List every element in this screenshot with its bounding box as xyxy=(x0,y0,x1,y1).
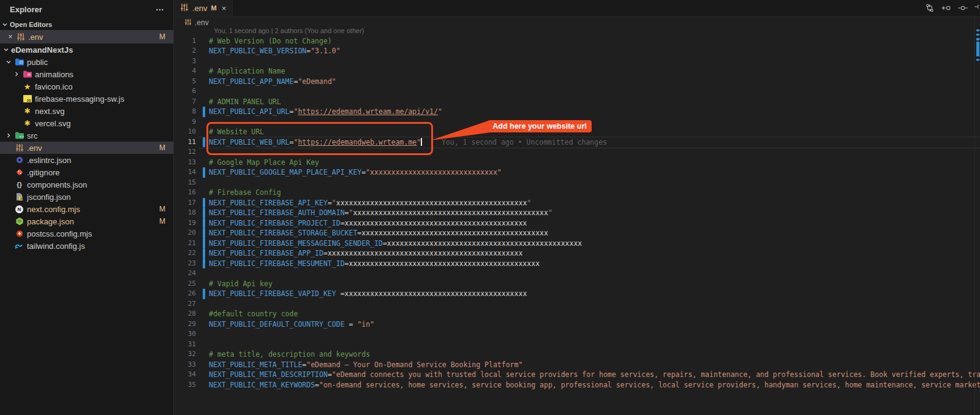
folder-src-icon: <> xyxy=(13,132,25,139)
line-number: 9 xyxy=(174,117,196,128)
code-line-22[interactable]: 22NEXT_PUBLIC_FIREBASE_APP_ID=xxxxxxxxxx… xyxy=(174,248,980,259)
open-editors-label: Open Editors xyxy=(10,21,52,28)
modified-gutter-indicator xyxy=(203,167,205,178)
code-line-8[interactable]: 8NEXT_PUBLIC_API_URL="https://edemand.wr… xyxy=(174,107,980,117)
tree-item-postcss-config-mjs[interactable]: postcss.config.mjs xyxy=(0,227,173,240)
tree-item-label: vercel.svg xyxy=(35,119,71,128)
tab-close-icon[interactable]: × xyxy=(222,4,227,13)
modified-gutter-indicator xyxy=(203,248,205,259)
code-line-2[interactable]: 2NEXT_PUBLIC_WEB_VERSION="3.1.0" xyxy=(174,46,980,56)
code-line-18[interactable]: 18NEXT_PUBLIC_FIREBASE_AUTH_DOMAIN="xxxx… xyxy=(174,208,980,218)
tree-item-label: next.config.mjs xyxy=(27,205,80,214)
env-icon xyxy=(13,143,25,152)
line-number: 1 xyxy=(174,36,196,47)
code-line-28[interactable]: 28#default country code xyxy=(174,309,980,319)
jsq-icon: JS xyxy=(21,95,33,102)
tree-item-components-json[interactable]: {}components.json xyxy=(0,178,173,191)
code-line-17[interactable]: 17NEXT_PUBLIC_FIREBASE_API_KEY="xxxxxxxx… xyxy=(174,198,980,208)
code-line-31[interactable]: 31 xyxy=(174,340,980,350)
codelens-blame[interactable]: You, 1 second ago | 2 authors (You and o… xyxy=(174,26,980,36)
tailwind-icon xyxy=(13,243,25,249)
line-number: 13 xyxy=(174,158,196,168)
code-line-4[interactable]: 4# Application Name xyxy=(174,66,980,77)
tab-env[interactable]: .env M × xyxy=(174,0,233,16)
code-line-25[interactable]: 25# Vapid Api key xyxy=(174,279,980,289)
code-line-13[interactable]: 13# Google Map Place Api Key xyxy=(174,158,980,168)
code-line-33[interactable]: 33NEXT_PUBLIC_META_TITLE="eDemand – Your… xyxy=(174,360,980,370)
code-line-34[interactable]: 34NEXT_PUBLIC_META_DESCRIPTION="eDemand … xyxy=(174,370,980,380)
code-line-12[interactable]: 12 xyxy=(174,147,980,158)
tree-item--eslintrc-json[interactable]: .eslintrc.json xyxy=(0,154,173,166)
explorer-more-icon[interactable]: ⋯ xyxy=(156,4,165,14)
chevron-down-icon xyxy=(0,21,10,28)
tree-item-src[interactable]: <>src xyxy=(0,129,173,142)
svg-text:<>: <> xyxy=(19,134,24,139)
line-number: 6 xyxy=(174,86,196,97)
eslint-icon xyxy=(13,156,25,164)
circle-dash-icon[interactable] xyxy=(958,3,968,13)
code-line-32[interactable]: 32# meta title, description and keywords xyxy=(174,349,980,360)
code-line-14[interactable]: 14NEXT_PUBLIC_GOOGLE_MAP_PLACE_API_KEY="… xyxy=(174,167,980,178)
tree-item-animations[interactable]: animations xyxy=(0,68,173,80)
line-number: 11 xyxy=(174,137,196,148)
code-line-11[interactable]: 11NEXT_PUBLIC_WEB_URL="https://edemandwe… xyxy=(174,137,980,148)
tree-item--env[interactable]: .envM xyxy=(0,142,173,154)
overview-ruler-mark xyxy=(976,42,979,56)
code-line-23[interactable]: 23NEXT_PUBLIC_FIREBASE_MESUMENT_ID=xxxxx… xyxy=(174,259,980,269)
modified-gutter-indicator xyxy=(203,228,205,238)
code-line-7[interactable]: 7# ADMIN PANEL URL xyxy=(174,97,980,107)
tree-item-label: next.svg xyxy=(35,107,64,116)
explorer-header: Explorer ⋯ xyxy=(0,0,173,18)
tab-label: .env xyxy=(192,4,208,13)
tree-item-next-svg[interactable]: ✱next.svg xyxy=(0,105,173,117)
code-line-19[interactable]: 19NEXT_PUBLIC_FIREBASE_PROJECT_ID=xxxxxx… xyxy=(174,218,980,229)
tree-item-public[interactable]: public xyxy=(0,56,173,68)
tree-item-favicon-ico[interactable]: ★favicon.ico xyxy=(0,80,173,93)
tree-item-next-config-mjs[interactable]: Nnext.config.mjsM xyxy=(0,203,173,215)
open-editors-section-header[interactable]: Open Editors xyxy=(0,18,173,30)
tree-item-label: src xyxy=(27,131,37,140)
root-folder-row[interactable]: eDemandNextJs xyxy=(0,44,173,56)
tree-item-firebase-messaging-sw-js[interactable]: JSfirebase-messaging-sw.js xyxy=(0,93,173,105)
line-number: 12 xyxy=(174,147,196,158)
line-number: 7 xyxy=(174,97,196,107)
code-line-35[interactable]: 35NEXT_PUBLIC_META_KEYWORDS="on-demand s… xyxy=(174,380,980,390)
code-line-29[interactable]: 29NEXT_PUBLIC_DEFAULT_COUNTRY_CODE = "in… xyxy=(174,319,980,330)
code-line-30[interactable]: 30 xyxy=(174,329,980,340)
tree-item-package-json[interactable]: package.jsonM xyxy=(0,215,173,227)
git-compare-icon[interactable] xyxy=(925,3,935,13)
tree-item-vercel-svg[interactable]: ✱vercel.svg xyxy=(0,117,173,129)
circle-cut-icon[interactable] xyxy=(974,2,979,14)
overview-ruler-divider xyxy=(974,16,975,415)
svgfile-icon: ✱ xyxy=(21,107,33,115)
tree-item-tailwind-config-js[interactable]: tailwind.config.js xyxy=(0,240,173,252)
line-number: 24 xyxy=(174,268,196,279)
code-line-16[interactable]: 16# Firebase Config xyxy=(174,188,980,198)
code-line-1[interactable]: 1# Web Version (Do not Change) xyxy=(174,36,980,47)
tree-item-label: public xyxy=(27,58,48,67)
code-line-24[interactable]: 24 xyxy=(174,268,980,279)
svg-text:JS: JS xyxy=(20,197,23,200)
close-icon[interactable]: × xyxy=(6,32,15,41)
code-line-5[interactable]: 5NEXT_PUBLIC_APP_NAME="eDemand" xyxy=(174,77,980,87)
code-line-3[interactable]: 3 xyxy=(174,56,980,67)
open-previous-change-icon[interactable] xyxy=(941,3,951,13)
code-line-27[interactable]: 27 xyxy=(174,299,980,310)
chevron-right-icon xyxy=(4,132,13,139)
open-editor-item[interactable]: ×.envM xyxy=(0,30,173,44)
tree-item-label: components.json xyxy=(27,180,87,189)
code-editor[interactable]: You, 1 second ago | 2 authors (You and o… xyxy=(174,26,980,415)
open-editors-list: ×.envM xyxy=(0,30,173,44)
tree-item-jsconfig-json[interactable]: JSjsconfig.json xyxy=(0,191,173,203)
code-line-21[interactable]: 21NEXT_PUBLIC_FIREBASE_MESSAGEING_SENDER… xyxy=(174,238,980,249)
code-line-20[interactable]: 20NEXT_PUBLIC_FIREBASE_STORAGE_BUCKET=xx… xyxy=(174,228,980,238)
code-line-15[interactable]: 15 xyxy=(174,178,980,188)
code-line-6[interactable]: 6 xyxy=(174,86,980,97)
code-line-26[interactable]: 26NEXT_PUBLIC_FIREBASE_VAPID_KEY =xxxxxx… xyxy=(174,289,980,299)
line-number: 14 xyxy=(174,167,196,178)
tree-item--gitignore[interactable]: .gitignore xyxy=(0,166,173,178)
line-number: 33 xyxy=(174,360,196,370)
line-number: 15 xyxy=(174,178,196,188)
modified-gutter-indicator xyxy=(203,198,205,208)
vscode-window: Explorer ⋯ Open Editors ×.envM eDemandNe… xyxy=(0,0,980,415)
